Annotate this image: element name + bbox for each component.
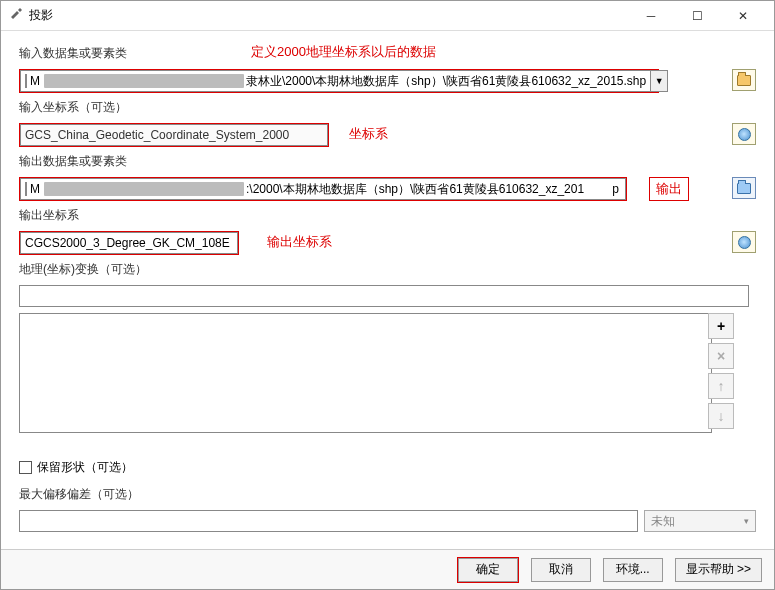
dialog-footer: 确定 取消 环境... 显示帮助 >> xyxy=(1,549,774,589)
redacted-segment: M xyxy=(25,182,244,196)
max-offset-unit-select[interactable]: 未知 ▾ xyxy=(644,510,756,532)
ok-button[interactable]: 确定 xyxy=(458,558,518,582)
input-cs-field xyxy=(20,124,328,146)
folder-save-icon xyxy=(737,183,751,194)
cs-properties-button[interactable] xyxy=(732,123,756,145)
dropdown-icon[interactable]: ▼ xyxy=(650,70,668,92)
annotation-output: 输出 xyxy=(649,177,689,201)
cancel-button[interactable]: 取消 xyxy=(531,558,591,582)
label-max-offset: 最大偏移偏差（可选） xyxy=(19,486,139,503)
tool-icon xyxy=(9,7,23,24)
redacted-segment: M xyxy=(25,74,244,88)
folder-open-icon xyxy=(737,75,751,86)
close-button[interactable]: ✕ xyxy=(720,1,766,31)
highlight-output-cs xyxy=(19,231,239,255)
browse-output-button[interactable] xyxy=(732,177,756,199)
titlebar: 投影 ─ ☐ ✕ xyxy=(1,1,774,31)
label-input-cs: 输入坐标系（可选） xyxy=(19,99,127,116)
max-offset-field[interactable] xyxy=(19,510,638,532)
output-cs-field[interactable] xyxy=(20,232,238,254)
dialog-body: 输入数据集或要素类 定义2000地理坐标系以后的数据 M 隶林业\2000\本期… xyxy=(1,31,774,532)
geo-transform-list[interactable] xyxy=(19,313,712,433)
input-dataset-combo[interactable]: M 隶林业\2000\本期林地数据库（shp）\陕西省61黄陵县610632_x… xyxy=(20,70,668,92)
browse-input-button[interactable] xyxy=(732,69,756,91)
annotation-define: 定义2000地理坐标系以后的数据 xyxy=(251,43,436,61)
move-up-button[interactable]: ↑ xyxy=(708,373,734,399)
maximize-button[interactable]: ☐ xyxy=(674,1,720,31)
label-keep-shape: 保留形状（可选） xyxy=(37,459,133,476)
environments-button[interactable]: 环境... xyxy=(603,558,663,582)
minimize-button[interactable]: ─ xyxy=(628,1,674,31)
globe-icon xyxy=(738,128,751,141)
keep-shape-checkbox[interactable] xyxy=(19,461,32,474)
move-down-button[interactable]: ↓ xyxy=(708,403,734,429)
max-offset-unit-value: 未知 xyxy=(651,513,675,530)
remove-button[interactable]: × xyxy=(708,343,734,369)
geo-transform-field[interactable] xyxy=(19,285,749,307)
show-help-button[interactable]: 显示帮助 >> xyxy=(675,558,762,582)
highlight-output-dataset: M :\2000\本期林地数据库（shp）\陕西省61黄陵县610632_xz_… xyxy=(19,177,627,201)
annotation-output-cs: 输出坐标系 xyxy=(267,233,332,251)
chevron-down-icon: ▾ xyxy=(744,516,749,526)
output-cs-properties-button[interactable] xyxy=(732,231,756,253)
label-input-dataset: 输入数据集或要素类 xyxy=(19,45,127,62)
label-output-cs: 输出坐标系 xyxy=(19,207,79,224)
output-dataset-field[interactable]: M :\2000\本期林地数据库（shp）\陕西省61黄陵县610632_xz_… xyxy=(20,178,626,200)
globe-icon xyxy=(738,236,751,249)
window-title: 投影 xyxy=(29,7,628,24)
highlight-input-cs xyxy=(19,123,329,147)
highlight-ok: 确定 xyxy=(457,557,519,583)
output-dataset-path-mid: :\2000\本期林地数据库（shp）\陕西省61黄陵县610632_xz_20… xyxy=(246,181,584,198)
highlight-input-dataset: M 隶林业\2000\本期林地数据库（shp）\陕西省61黄陵县610632_x… xyxy=(19,69,659,93)
projection-dialog: 投影 ─ ☐ ✕ 输入数据集或要素类 定义2000地理坐标系以后的数据 M xyxy=(0,0,775,590)
add-button[interactable]: + xyxy=(708,313,734,339)
input-dataset-path-tail: 隶林业\2000\本期林地数据库（shp）\陕西省61黄陵县610632_xz_… xyxy=(246,73,646,90)
output-dataset-path-end: p xyxy=(612,182,619,196)
label-output-dataset: 输出数据集或要素类 xyxy=(19,153,127,170)
annotation-cs: 坐标系 xyxy=(349,125,388,143)
label-geo-transform: 地理(坐标)变换（可选） xyxy=(19,261,147,278)
